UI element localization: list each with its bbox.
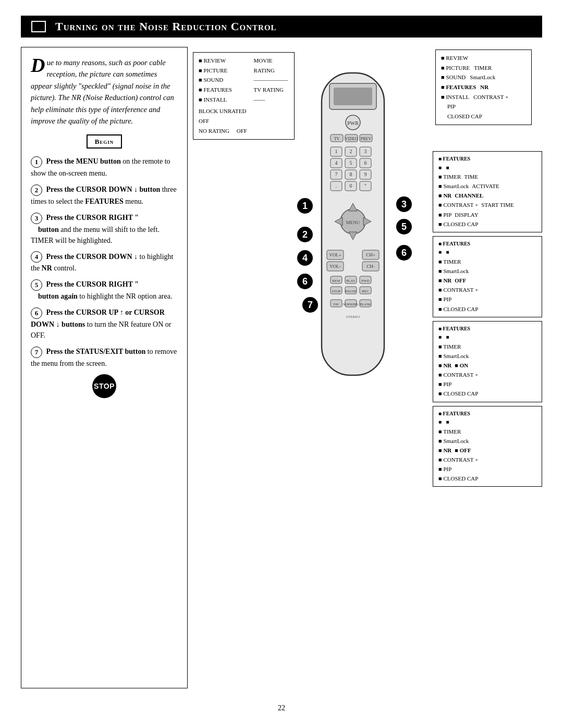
svg-text:FAV: FAV [334, 303, 339, 306]
no-rating-row: NO RATING OFF [199, 126, 250, 136]
m3-title: ■ FEATURES [438, 155, 536, 164]
m2-cc: CLOSED CAP [441, 112, 526, 121]
svg-text:CH-: CH- [366, 264, 375, 269]
svg-text:REW: REW [332, 279, 340, 283]
m5-title: ■ FEATURES [438, 325, 536, 334]
svg-text:STEREO: STEREO [346, 315, 360, 319]
menu-box-6: ■ FEATURES ■ ■ ■ TIMER ■ SmartLock ■ NR■… [433, 406, 542, 487]
step-4-bold: Press the CURSOR DOWN ↓ [46, 253, 138, 261]
stop-badge: STOP [31, 374, 178, 398]
menu-box-5: ■ FEATURES ■ ■ ■ TIMER ■ SmartLock ■ NR■… [433, 321, 542, 402]
page-number: 22 [21, 704, 542, 712]
divider1: —————— [254, 75, 289, 85]
svg-text:2: 2 [350, 149, 352, 154]
m5-contrast: ■ CONTRAST + [438, 370, 536, 379]
svg-text:0: 0 [350, 183, 352, 189]
drop-cap: D [31, 57, 45, 73]
svg-text:VOL-: VOL- [329, 264, 341, 269]
page-title: Turning on the Noise Reduction Control [55, 20, 277, 33]
m2-features: ■ FEATURES [441, 82, 476, 92]
m2-smartlock: SmartLock [470, 72, 495, 82]
svg-text:3: 3 [364, 149, 367, 154]
tv-icon [31, 21, 46, 32]
menu-box-2: ■ REVIEW ■ PICTURE TIMER ■ SOUND SmartLo… [435, 50, 532, 125]
svg-text:9: 9 [364, 171, 367, 177]
m4-dots: ■ ■ [438, 248, 536, 257]
features-row: ■ FEATURES [199, 85, 250, 95]
step-num-6: 6 [31, 307, 42, 319]
tv-rating: TV RATING [254, 85, 289, 95]
menu-box-4: ■ FEATURES ■ ■ ■ TIMER ■ SmartLock ■ NRO… [433, 236, 542, 317]
begin-badge: Begin [31, 134, 178, 149]
step-num-5: 5 [31, 279, 42, 291]
m2-features-row: ■ FEATURES NR [441, 82, 526, 92]
svg-text:TV: TV [334, 137, 340, 141]
svg-text:.: . [336, 183, 337, 189]
remote-control: PWR TV VIDEO PREV 1 2 3 [293, 68, 413, 403]
step-3: 3 Press the CURSOR RIGHT " button and th… [31, 212, 178, 246]
m2-install-row: ■ INSTALL CONTRAST + [441, 92, 526, 102]
step-4: 4 Press the CURSOR DOWN ↓ to highlight t… [31, 251, 178, 274]
step-num-2: 2 [31, 184, 42, 196]
svg-text:BLANK: BLANK [360, 303, 371, 306]
m6-dots: ■ ■ [438, 418, 536, 427]
step-2: 2 Press the CURSOR DOWN ↓ button three t… [31, 184, 178, 207]
review-row: ■ REVIEW [199, 56, 250, 66]
m2-review: ■ REVIEW [441, 53, 526, 63]
rating-menu-header: ■ REVIEW ■ PICTURE ■ SOUND ■ FEATURES ■ … [199, 56, 289, 136]
rating-menu-box: ■ REVIEW ■ PICTURE ■ SOUND ■ FEATURES ■ … [193, 52, 295, 140]
m5-timer: ■ TIMER [438, 342, 536, 351]
sound-row: ■ SOUND [199, 75, 250, 85]
svg-text:VIDEO: VIDEO [345, 137, 358, 141]
svg-text:PAUSE: PAUSE [345, 289, 357, 293]
m2-picture-row: ■ PICTURE TIMER [441, 63, 526, 73]
m6-timer: ■ TIMER [438, 427, 536, 436]
svg-text:NORM/BIG: NORM/BIG [343, 303, 359, 306]
picture-row: ■ PICTURE [199, 66, 250, 76]
step-6: 6 Press the CURSOR UP ↑ or CURSOR DOWN ↓… [31, 307, 178, 341]
step-1: 1 Press the MENU button on the remote to… [31, 156, 178, 179]
block-row: BLOCK UNRATED OFF [199, 106, 250, 126]
m5-dots: ■ ■ [438, 333, 536, 342]
m3-cc: ■ CLOSED CAP [438, 219, 536, 229]
m3-contrast: ■ CONTRAST +START TIME [438, 200, 536, 209]
m5-nr: ■ NR■ ON [438, 361, 536, 370]
remote-svg: PWR TV VIDEO PREV 1 2 3 [293, 68, 413, 401]
intro-body: ue to many reasons, such as poor cable r… [31, 58, 174, 125]
m2-nr: NR [480, 82, 488, 92]
m4-contrast: ■ CONTRAST + [438, 285, 536, 294]
menu-box-3: ■ FEATURES ■ ■ ■ TIMERTIME ■ SmartLockAC… [433, 151, 542, 232]
page-header: Turning on the Noise Reduction Control [21, 16, 542, 38]
m2-sound-row: ■ SOUND SmartLock [441, 72, 526, 82]
m6-nr: ■ NR■ OFF [438, 446, 536, 455]
step-7: 7 Press the STATUS/EXIT button to remove… [31, 346, 178, 369]
step-5-bold2: button again [38, 292, 78, 300]
svg-text:4: 4 [335, 160, 338, 166]
step-num-4: 4 [31, 251, 42, 263]
step-3-bold2: button [38, 226, 59, 233]
svg-rect-2 [334, 88, 372, 105]
step-num-1: 1 [31, 156, 42, 168]
m2-contrast: CONTRAST + [473, 92, 508, 102]
m5-pip: ■ PIP [438, 379, 536, 389]
svg-text:MENU: MENU [346, 220, 360, 225]
svg-text:7: 7 [335, 171, 338, 177]
svg-text:REC: REC [362, 289, 369, 293]
svg-text:FWD: FWD [361, 279, 370, 283]
m2-pip: PIP [441, 102, 526, 112]
m4-cc: ■ CLOSED CAP [438, 304, 536, 314]
svg-text:8: 8 [350, 171, 352, 177]
intro-text: Due to many reasons, such as poor cable … [31, 57, 178, 127]
svg-text:PWR: PWR [347, 120, 359, 126]
m4-title: ■ FEATURES [438, 240, 536, 249]
rating-col1: ■ REVIEW ■ PICTURE ■ SOUND ■ FEATURES ■ … [199, 56, 250, 136]
m3-nr: ■ NRCHANNEL [438, 191, 536, 200]
step-5-bold: Press the CURSOR RIGHT " [46, 280, 139, 288]
left-panel: Due to many reasons, such as poor cable … [21, 47, 188, 688]
m5-smartlock: ■ SmartLock [438, 351, 536, 361]
svg-text:5: 5 [350, 160, 352, 166]
m3-timer: ■ TIMERTIME [438, 172, 536, 181]
svg-text:PLAY: PLAY [346, 279, 356, 283]
movie-rating: MOVIE RATING [254, 56, 289, 75]
step-5: 5 Press the CURSOR RIGHT " button again … [31, 279, 178, 302]
